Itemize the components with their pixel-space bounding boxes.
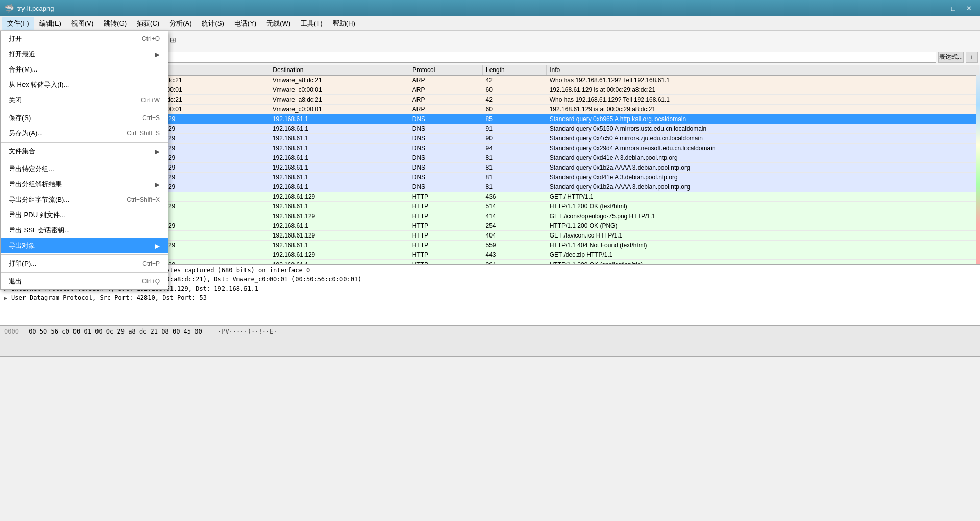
cell-protocol: HTTP bbox=[409, 250, 483, 260]
maximize-button[interactable]: □ bbox=[946, 3, 961, 14]
cell-info: GET /dec.zip HTTP/1.1 bbox=[547, 250, 980, 260]
cell-protocol: HTTP bbox=[409, 202, 483, 211]
filter-expr-button[interactable]: 表达式... bbox=[938, 52, 964, 63]
cell-destination: 192.168.61.1 bbox=[270, 182, 409, 192]
cell-length: 404 bbox=[482, 231, 546, 241]
cell-protocol: ARP bbox=[409, 105, 483, 114]
cell-destination: 192.168.61.1 bbox=[270, 124, 409, 134]
menu-item-view[interactable]: 视图(V) bbox=[66, 17, 99, 30]
close-button[interactable]: ✕ bbox=[962, 3, 976, 14]
cell-protocol: DNS bbox=[409, 153, 483, 163]
menu-item-phone[interactable]: 电话(Y) bbox=[229, 17, 261, 30]
cell-destination: 192.168.61.1 bbox=[270, 202, 409, 211]
cell-length: 414 bbox=[482, 211, 546, 221]
cell-destination: 192.168.61.1 bbox=[270, 173, 409, 182]
cell-info: Standard query 0x5150 A mirrors.ustc.edu… bbox=[547, 124, 980, 134]
cell-protocol: HTTP bbox=[409, 192, 483, 202]
cell-info: HTTP/1.1 200 OK (application/zip) bbox=[547, 260, 980, 265]
menu-item-go[interactable]: 跳转(G) bbox=[99, 17, 132, 30]
cell-info: Standard query 0xd41e A 3.debian.pool.nt… bbox=[547, 173, 980, 182]
hex-dump: 0000 00 50 56 c0 00 01 00 0c 29 a8 dc 21… bbox=[0, 326, 980, 357]
file-menu-export-analysis[interactable]: 导出分组解析结果 ▶ bbox=[1, 177, 168, 192]
file-menu-close[interactable]: 关闭 Ctrl+W bbox=[1, 92, 168, 108]
cell-length: 60 bbox=[482, 85, 546, 95]
filter-add-button[interactable]: + bbox=[966, 52, 978, 63]
cell-length: 436 bbox=[482, 192, 546, 202]
cell-info: GET / HTTP/1.1 bbox=[547, 192, 980, 202]
cell-info: GET /icons/openlogo-75.png HTTP/1.1 bbox=[547, 211, 980, 221]
menu-item-stats[interactable]: 统计(S) bbox=[197, 17, 229, 30]
file-menu-export-bytes[interactable]: 导出分组字节流(B)... Ctrl+Shift+X bbox=[1, 192, 168, 207]
cell-length: 559 bbox=[482, 241, 546, 250]
file-menu-open-recent[interactable]: 打开最近 ▶ bbox=[1, 46, 168, 62]
cell-length: 85 bbox=[482, 114, 546, 124]
minimize-button[interactable]: — bbox=[931, 3, 945, 14]
col-info: Info bbox=[547, 65, 980, 75]
file-menu-save[interactable]: 保存(S) Ctrl+S bbox=[1, 110, 168, 126]
cell-destination: Vmware_c0:00:01 bbox=[270, 85, 409, 95]
cell-length: 42 bbox=[482, 95, 546, 105]
cell-protocol: ARP bbox=[409, 75, 483, 85]
color-bar bbox=[976, 65, 980, 264]
menu-item-wireless[interactable]: 无线(W) bbox=[261, 17, 296, 30]
file-menu-save-as[interactable]: 另存为(A)... Ctrl+Shift+S bbox=[1, 126, 168, 141]
cell-destination: Vmware_c0:00:01 bbox=[270, 105, 409, 114]
expand-arrow-icon[interactable]: ▶ bbox=[4, 295, 9, 301]
file-menu-export-pdu[interactable]: 导出 PDU 到文件... bbox=[1, 207, 168, 223]
cell-destination: Vmware_a8:dc:21 bbox=[270, 95, 409, 105]
cell-destination: 192.168.61.129 bbox=[270, 231, 409, 241]
title-bar: 🦈 try-it.pcapng — □ ✕ bbox=[0, 0, 980, 16]
cell-info: Standard query 0x1b2a AAAA 3.debian.pool… bbox=[547, 163, 980, 173]
cell-destination: 192.168.61.1 bbox=[270, 260, 409, 265]
file-menu-print[interactable]: 打印(P)... Ctrl+P bbox=[1, 256, 168, 271]
hex-bytes: 00 50 56 c0 00 01 00 0c 29 a8 dc 21 08 0… bbox=[29, 328, 202, 335]
menu-item-edit[interactable]: 编辑(E) bbox=[34, 17, 66, 30]
file-menu-open[interactable]: 打开 Ctrl+O bbox=[1, 31, 168, 46]
hex-ascii: ·PV·····)··!··E· bbox=[218, 328, 277, 335]
file-menu-dropdown: 打开 Ctrl+O 打开最近 ▶ 合并(M)... 从 Hex 转储导入(I).… bbox=[0, 31, 168, 290]
cell-protocol: DNS bbox=[409, 124, 483, 134]
cell-protocol: DNS bbox=[409, 163, 483, 173]
fm-sep3 bbox=[1, 160, 168, 160]
menu-item-file[interactable]: 文件(F) bbox=[2, 17, 34, 30]
col-destination: Destination bbox=[270, 65, 409, 75]
app-icon: 🦈 bbox=[4, 4, 14, 13]
cell-info: Who has 192.168.61.129? Tell 192.168.61.… bbox=[547, 75, 980, 85]
cell-destination: 192.168.61.1 bbox=[270, 134, 409, 144]
file-menu-export-packets[interactable]: 导出特定分组... bbox=[1, 161, 168, 177]
fm-sep2 bbox=[1, 142, 168, 143]
col-protocol: Protocol bbox=[409, 65, 483, 75]
cell-destination: 192.168.61.1 bbox=[270, 144, 409, 153]
cell-protocol: DNS bbox=[409, 173, 483, 182]
cell-destination: 192.168.61.1 bbox=[270, 153, 409, 163]
cell-length: 443 bbox=[482, 250, 546, 260]
menu-item-tools[interactable]: 工具(T) bbox=[296, 17, 328, 30]
cell-length: 94 bbox=[482, 144, 546, 153]
cell-length: 81 bbox=[482, 153, 546, 163]
file-menu-import-hex[interactable]: 从 Hex 转储导入(I)... bbox=[1, 77, 168, 92]
menu-item-help[interactable]: 帮助(H) bbox=[328, 17, 360, 30]
cell-info: HTTP/1.1 404 Not Found (text/html) bbox=[547, 241, 980, 250]
cell-protocol: DNS bbox=[409, 134, 483, 144]
file-menu-export-objects[interactable]: 导出对象 ▶ bbox=[1, 238, 168, 253]
cell-destination: Vmware_a8:dc:21 bbox=[270, 75, 409, 85]
cell-destination: 192.168.61.129 bbox=[270, 250, 409, 260]
cell-info: Who has 192.168.61.129? Tell 192.168.61.… bbox=[547, 95, 980, 105]
detail-line[interactable]: ▶User Datagram Protocol, Src Port: 42810… bbox=[2, 293, 978, 302]
cell-length: 254 bbox=[482, 221, 546, 231]
cell-destination: 192.168.61.129 bbox=[270, 211, 409, 221]
cell-destination: 192.168.61.1 bbox=[270, 221, 409, 231]
cell-info: HTTP/1.1 200 OK (PNG) bbox=[547, 221, 980, 231]
file-menu-merge[interactable]: 合并(M)... bbox=[1, 62, 168, 77]
cell-info: HTTP/1.1 200 OK (text/html) bbox=[547, 202, 980, 211]
menu-item-analyze[interactable]: 分析(A) bbox=[164, 17, 197, 30]
cell-protocol: HTTP bbox=[409, 241, 483, 250]
cell-length: 81 bbox=[482, 173, 546, 182]
menu-item-capture[interactable]: 捕获(C) bbox=[132, 17, 164, 30]
cell-protocol: DNS bbox=[409, 144, 483, 153]
file-menu-file-set[interactable]: 文件集合 ▶ bbox=[1, 144, 168, 159]
file-menu-export-ssl[interactable]: 导出 SSL 会话密钥... bbox=[1, 223, 168, 238]
file-menu-quit[interactable]: 退出 Ctrl+Q bbox=[1, 274, 168, 289]
cell-protocol: HTTP bbox=[409, 211, 483, 221]
menu-bar: 文件(F) 编辑(E) 视图(V) 跳转(G) 捕获(C) 分析(A) 统计(S… bbox=[0, 16, 980, 31]
